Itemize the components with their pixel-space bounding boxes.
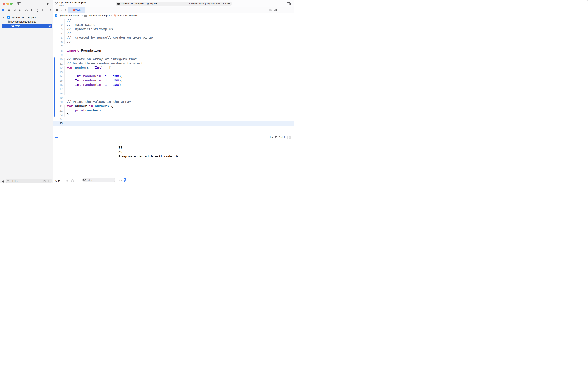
svg-text:A: A (8, 16, 9, 18)
svg-text:A: A (55, 15, 57, 17)
svg-text:i: i (72, 180, 73, 182)
